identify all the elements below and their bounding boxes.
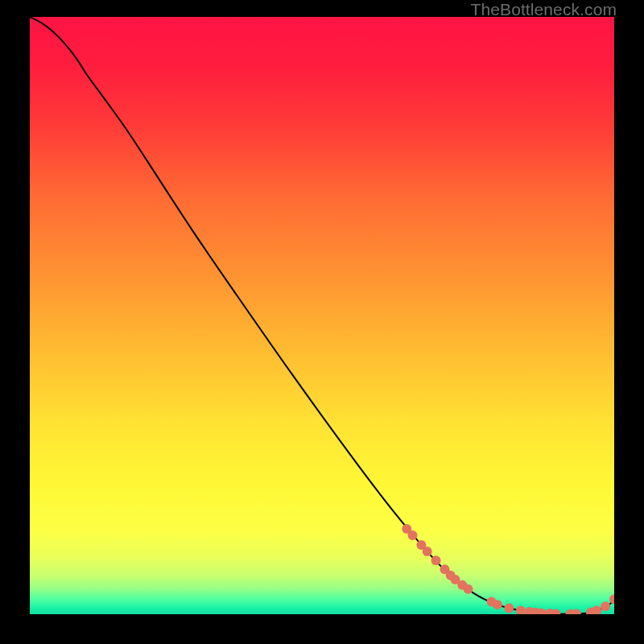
data-marker xyxy=(423,547,432,556)
data-marker xyxy=(431,555,441,565)
data-marker xyxy=(493,600,502,609)
data-marker xyxy=(408,530,418,540)
data-marker xyxy=(504,604,514,613)
data-marker xyxy=(601,601,610,611)
data-marker xyxy=(464,584,473,594)
chart-stage: TheBottleneck.com xyxy=(0,0,644,644)
plot-area xyxy=(30,17,614,614)
chart-svg xyxy=(30,17,614,614)
gradient-background xyxy=(30,17,614,614)
